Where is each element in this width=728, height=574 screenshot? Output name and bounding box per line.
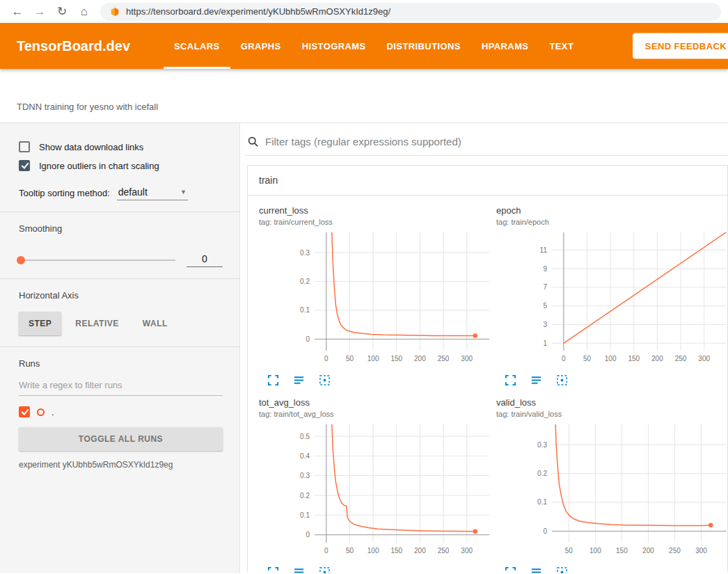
scalars-main: train current_loss tag: train/current_lo… xyxy=(240,123,728,573)
fullscreen-icon[interactable] xyxy=(505,374,517,386)
main-nav: SCALARS GRAPHS HISTOGRAMS DISTRIBUTIONS … xyxy=(164,23,584,69)
fit-to-data-icon[interactable] xyxy=(319,566,331,573)
svg-text:150: 150 xyxy=(390,547,402,555)
tab-scalars[interactable]: SCALARS xyxy=(164,23,230,69)
svg-text:0.3: 0.3 xyxy=(300,249,310,257)
tag-filter-input[interactable] xyxy=(265,136,728,148)
smoothing-slider-thumb[interactable] xyxy=(17,256,25,264)
svg-text:100: 100 xyxy=(605,355,617,362)
svg-text:0: 0 xyxy=(306,531,310,539)
runs-label: Runs xyxy=(19,358,223,369)
smoothing-value[interactable]: 0 xyxy=(187,253,223,267)
step-button[interactable]: STEP xyxy=(19,312,61,335)
tab-text[interactable]: TEXT xyxy=(539,23,584,69)
search-icon xyxy=(247,136,259,148)
chart-tag: tag: train/current_loss xyxy=(259,218,492,226)
svg-text:200: 200 xyxy=(651,355,663,362)
svg-text:100: 100 xyxy=(367,547,379,555)
app-header: TensorBoard.dev SCALARS GRAPHS HISTOGRAM… xyxy=(0,23,728,69)
sidebar-divider xyxy=(0,278,239,279)
svg-text:200: 200 xyxy=(414,547,426,555)
chart-title: valid_loss xyxy=(496,397,728,408)
tag-filter-row xyxy=(246,130,728,156)
tab-distributions[interactable]: DISTRIBUTIONS xyxy=(377,23,471,69)
chart-tag: tag: train/epoch xyxy=(496,218,728,226)
svg-text:300: 300 xyxy=(695,547,707,555)
svg-text:0.1: 0.1 xyxy=(300,511,310,519)
fit-to-data-icon[interactable] xyxy=(556,566,569,573)
forward-arrow-icon[interactable]: → xyxy=(29,2,50,22)
svg-text:0: 0 xyxy=(324,547,329,555)
svg-text:0: 0 xyxy=(306,335,310,343)
tab-histograms[interactable]: HISTOGRAMS xyxy=(292,23,377,69)
back-arrow-icon[interactable]: ← xyxy=(7,2,28,22)
tensorboard-logo-icon xyxy=(110,7,120,17)
svg-text:100: 100 xyxy=(589,547,601,555)
smoothing-slider[interactable] xyxy=(19,260,175,261)
experiment-title-bar: TDNN training for yesno with icefall xyxy=(0,69,728,123)
run-checkbox[interactable] xyxy=(19,406,30,417)
chart-title: current_loss xyxy=(259,205,492,216)
ignore-outliers-label: Ignore outliers in chart scaling xyxy=(39,161,159,171)
svg-text:0.3: 0.3 xyxy=(537,441,547,449)
svg-text:300: 300 xyxy=(461,547,473,555)
tooltip-sorting-select[interactable]: default ▼ xyxy=(117,186,188,200)
show-download-checkbox[interactable] xyxy=(19,141,30,152)
url-text: https://tensorboard.dev/experiment/yKUbh… xyxy=(126,6,390,17)
horizontal-lines-icon[interactable] xyxy=(530,374,543,386)
run-name: . xyxy=(52,407,54,417)
tooltip-sorting-row: Tooltip sorting method: default ▼ xyxy=(19,186,223,200)
chart-canvas[interactable]: 05010015020025030000.10.20.30.40.5 xyxy=(259,422,492,561)
wall-button[interactable]: WALL xyxy=(133,312,177,335)
run-group-card: train current_loss tag: train/current_lo… xyxy=(247,165,728,572)
svg-text:250: 250 xyxy=(438,547,450,555)
chart-title: epoch xyxy=(496,205,728,216)
relative-button[interactable]: RELATIVE xyxy=(65,312,128,335)
ignore-outliers-row: Ignore outliers in chart scaling xyxy=(19,160,223,171)
horizontal-lines-icon[interactable] xyxy=(293,566,306,573)
svg-text:50: 50 xyxy=(583,355,592,362)
tab-graphs[interactable]: GRAPHS xyxy=(230,23,292,69)
tab-hparams[interactable]: HPARAMS xyxy=(471,23,539,69)
chart-tag: tag: train/tot_avg_loss xyxy=(259,410,492,418)
smoothing-label: Smoothing xyxy=(19,223,223,234)
svg-text:250: 250 xyxy=(675,355,687,362)
svg-text:50: 50 xyxy=(565,547,573,555)
chart-canvas[interactable]: 0501001502002503001357911 xyxy=(496,230,728,369)
sidebar-divider xyxy=(0,346,239,347)
chart-canvas[interactable]: 5010015020025030000.10.20.3 xyxy=(496,422,728,561)
svg-text:200: 200 xyxy=(642,547,654,555)
fullscreen-icon[interactable] xyxy=(267,566,280,573)
send-feedback-button[interactable]: SEND FEEDBACK xyxy=(633,33,728,59)
experiment-title: TDNN training for yesno with icefall xyxy=(17,102,158,112)
chart-canvas[interactable]: 05010015020025030000.10.20.3 xyxy=(259,230,492,369)
chart-card-epoch: epoch tag: train/epoch 05010015020025030… xyxy=(496,205,728,386)
svg-text:50: 50 xyxy=(346,547,354,555)
address-bar[interactable]: https://tensorboard.dev/experiment/yKUbh… xyxy=(100,3,721,21)
svg-text:11: 11 xyxy=(540,246,548,254)
fullscreen-icon[interactable] xyxy=(505,566,517,573)
horizontal-lines-icon[interactable] xyxy=(530,566,543,573)
svg-text:300: 300 xyxy=(698,355,710,362)
fit-to-data-icon[interactable] xyxy=(556,374,569,386)
svg-text:0.1: 0.1 xyxy=(300,306,310,314)
horizontal-lines-icon[interactable] xyxy=(293,374,306,386)
experiment-id-note: experiment yKUbhb5wRmOSXYkId1z9eg xyxy=(19,460,223,470)
svg-text:0: 0 xyxy=(562,355,566,362)
runs-filter-input[interactable] xyxy=(19,374,223,396)
reload-icon[interactable]: ↻ xyxy=(52,2,72,22)
svg-text:5: 5 xyxy=(543,302,547,310)
svg-text:200: 200 xyxy=(414,355,426,362)
brand-title: TensorBoard.dev xyxy=(17,23,130,69)
chart-tag: tag: train/valid_loss xyxy=(496,410,728,418)
toggle-all-runs-button[interactable]: TOGGLE ALL RUNS xyxy=(19,427,223,451)
ignore-outliers-checkbox[interactable] xyxy=(19,160,30,171)
home-icon[interactable]: ⌂ xyxy=(74,2,95,22)
chevron-down-icon: ▼ xyxy=(180,189,187,196)
svg-text:1: 1 xyxy=(543,340,547,347)
charts-grid: current_loss tag: train/current_loss 050… xyxy=(248,196,727,573)
group-header-train[interactable]: train xyxy=(248,166,727,196)
fit-to-data-icon[interactable] xyxy=(319,374,331,386)
fullscreen-icon[interactable] xyxy=(267,374,280,386)
chart-title: tot_avg_loss xyxy=(259,397,492,408)
